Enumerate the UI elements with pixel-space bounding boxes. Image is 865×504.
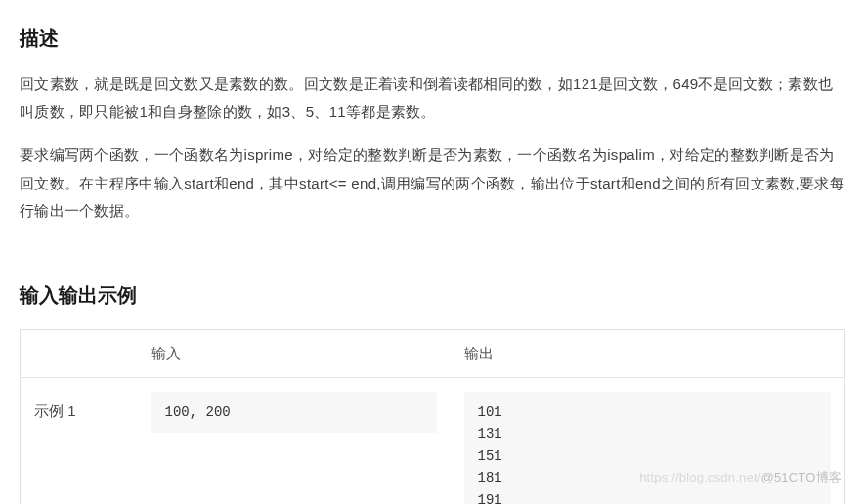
example-output-cell: 101 131 151 181 191 [451,378,845,505]
table-header-output: 输出 [451,329,845,378]
description-paragraph-2: 要求编写两个函数，一个函数名为isprime，对给定的整数判断是否为素数，一个函… [20,142,845,226]
io-example-table: 输入 输出 示例 1 100, 200 101 131 151 181 191 [20,329,845,505]
table-header-input: 输入 [138,329,451,378]
example-label: 示例 1 [21,378,138,505]
io-heading: 输入输出示例 [20,276,845,314]
example-input-code: 100, 200 [151,392,437,433]
table-row: 示例 1 100, 200 101 131 151 181 191 [21,378,845,505]
table-header-blank [21,329,138,378]
description-heading: 描述 [20,20,845,57]
example-input-cell: 100, 200 [138,378,451,505]
example-output-code: 101 131 151 181 191 [464,392,832,504]
description-paragraph-1: 回文素数，就是既是回文数又是素数的数。回文数是正着读和倒着读都相同的数，如121… [20,70,845,126]
